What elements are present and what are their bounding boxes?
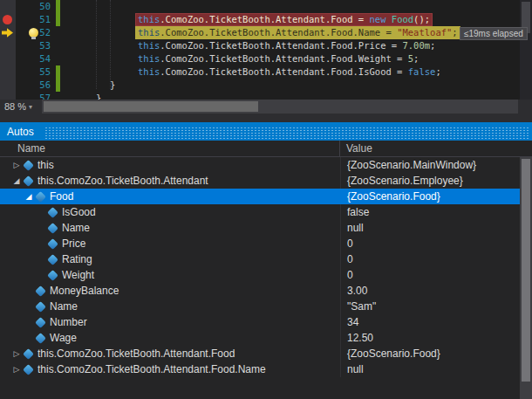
code-text[interactable]: }: [64, 92, 532, 100]
code-segment: Food: [392, 14, 413, 24]
autos-vertical-scrollbar[interactable]: [520, 157, 532, 399]
scrollbar-thumb[interactable]: [522, 159, 530, 382]
row-name-cell[interactable]: Rating: [0, 251, 340, 267]
row-value[interactable]: null: [340, 220, 532, 236]
code-line[interactable]: 52this.ComoZoo.TicketBooth.Attendant.Foo…: [0, 26, 532, 39]
autos-row[interactable]: ◢Food{ZooScenario.Food}: [0, 189, 532, 204]
lightbulb-icon[interactable]: [29, 28, 38, 38]
member-icon: [47, 238, 58, 250]
code-line[interactable]: 53this.ComoZoo.TicketBooth.Attendant.Foo…: [0, 39, 532, 52]
autos-row[interactable]: IsGoodfalse: [0, 204, 532, 220]
line-number[interactable]: 57: [16, 92, 51, 100]
code-text[interactable]: this.ComoZoo.TicketBooth.Attendant.Food.…: [64, 39, 532, 52]
expanded-arrow-icon[interactable]: ◢: [10, 173, 23, 189]
autos-row[interactable]: ▷this.ComoZoo.TicketBooth.Attendant.Food…: [0, 361, 532, 377]
autos-row[interactable]: Wage12.50: [0, 330, 532, 346]
row-value[interactable]: {ZooScenario.Employee}: [340, 173, 532, 189]
line-number[interactable]: 51: [16, 13, 51, 26]
row-value[interactable]: null: [340, 361, 532, 377]
row-value[interactable]: false: [340, 204, 532, 220]
row-name-cell[interactable]: ▷this: [0, 157, 340, 173]
autos-row[interactable]: Rating0: [0, 251, 532, 267]
line-number[interactable]: 55: [16, 65, 51, 79]
editor-horizontal-scrollbar[interactable]: [42, 100, 518, 114]
collapsed-arrow-icon[interactable]: ▷: [10, 361, 23, 377]
expanded-arrow-icon[interactable]: ◢: [23, 189, 35, 204]
row-value[interactable]: 12.50: [340, 330, 532, 346]
code-text[interactable]: }: [64, 79, 532, 92]
code-editor[interactable]: 5051this.ComoZoo.TicketBooth.Attendant.F…: [0, 0, 532, 100]
autos-row[interactable]: Price0: [0, 236, 532, 251]
member-icon: [35, 191, 46, 203]
autos-row[interactable]: ▷this{ZooScenario.MainWindow}: [0, 157, 532, 173]
code-line[interactable]: 56}: [0, 79, 532, 92]
zoom-dropdown[interactable]: 88 % ▾: [0, 101, 42, 112]
row-name: this.ComoZoo.TicketBooth.Attendant.Food: [38, 347, 235, 360]
autos-row[interactable]: ◢this.ComoZoo.TicketBooth.Attendant{ZooS…: [0, 173, 532, 189]
autos-title-bar[interactable]: Autos: [0, 122, 532, 141]
row-value[interactable]: 3.00: [340, 283, 532, 299]
row-name-cell[interactable]: ▷this.ComoZoo.TicketBooth.Attendant.Food: [0, 346, 340, 361]
column-header-name[interactable]: Name: [0, 141, 340, 156]
row-name-cell[interactable]: Name: [0, 220, 340, 236]
code-segment: .ComoZoo.TicketBooth.Attendant.Food.IsGo…: [160, 66, 407, 77]
code-line[interactable]: 50: [0, 0, 532, 13]
row-value[interactable]: {ZooScenario.Food}: [340, 346, 532, 361]
autos-row[interactable]: ▷this.ComoZoo.TicketBooth.Attendant.Food…: [0, 346, 532, 361]
autos-row[interactable]: Weight0: [0, 267, 532, 283]
line-number[interactable]: 56: [16, 79, 51, 92]
code-segment: this: [138, 14, 160, 24]
row-name-cell[interactable]: Wage: [0, 330, 340, 346]
autos-row[interactable]: Namenull: [0, 220, 532, 236]
row-value[interactable]: 0: [340, 251, 532, 267]
row-name-cell[interactable]: Weight: [0, 267, 340, 283]
scrollbar-thumb[interactable]: [44, 101, 258, 112]
member-icon: [35, 317, 46, 328]
row-name-cell[interactable]: Number: [0, 314, 340, 330]
member-icon: [23, 364, 34, 375]
perf-tip[interactable]: ≤19ms elapsed: [460, 27, 528, 40]
row-name-cell[interactable]: MoneyBalance: [0, 283, 340, 299]
code-text[interactable]: this.ComoZoo.TicketBooth.Attendant.Food.…: [64, 52, 532, 65]
row-value[interactable]: 0: [340, 236, 532, 251]
row-name-cell[interactable]: ◢this.ComoZoo.TicketBooth.Attendant: [0, 173, 340, 189]
editor-vertical-scrollbar[interactable]: [520, 0, 532, 100]
breakpoint-icon[interactable]: [3, 15, 12, 24]
collapsed-arrow-icon[interactable]: ▷: [10, 346, 23, 361]
autos-row[interactable]: Name"Sam": [0, 299, 532, 314]
row-value[interactable]: "Sam": [340, 299, 532, 314]
code-text[interactable]: this.ComoZoo.TicketBooth.Attendant.Food.…: [64, 65, 532, 79]
member-icon: [35, 301, 46, 313]
collapsed-arrow-icon[interactable]: ▷: [10, 157, 23, 173]
row-value[interactable]: {ZooScenario.Food}: [340, 189, 532, 204]
change-tracking-bar: [56, 65, 60, 79]
row-name-cell[interactable]: IsGood: [0, 204, 340, 220]
row-name-cell[interactable]: Name: [0, 299, 340, 314]
row-value[interactable]: {ZooScenario.MainWindow}: [340, 157, 532, 173]
member-icon: [35, 333, 46, 344]
code-text[interactable]: [64, 0, 532, 13]
row-name-cell[interactable]: Price: [0, 236, 340, 251]
row-name-cell[interactable]: ◢Food: [0, 189, 340, 204]
scrollbar-corner: [518, 100, 532, 114]
row-value[interactable]: 0: [340, 267, 532, 283]
code-line[interactable]: 51this.ComoZoo.TicketBooth.Attendant.Foo…: [0, 13, 532, 26]
line-number[interactable]: 53: [16, 39, 51, 52]
autos-row[interactable]: MoneyBalance3.00: [0, 283, 532, 299]
row-value[interactable]: 34: [340, 314, 532, 330]
autos-row[interactable]: Number34: [0, 314, 532, 330]
code-line[interactable]: 57}: [0, 92, 532, 100]
row-name-cell[interactable]: ▷this.ComoZoo.TicketBooth.Attendant.Food…: [0, 361, 340, 377]
line-number[interactable]: 54: [16, 52, 51, 65]
code-segment: ;: [452, 27, 457, 38]
code-segment: .ComoZoo.TicketBooth.Attendant.Food =: [160, 14, 369, 24]
code-text[interactable]: this.ComoZoo.TicketBooth.Attendant.Food …: [64, 13, 532, 26]
panel-divider: [0, 114, 532, 122]
chevron-down-icon: ▾: [29, 103, 32, 111]
code-line[interactable]: 55this.ComoZoo.TicketBooth.Attendant.Foo…: [0, 65, 532, 79]
editor-bottom-bar: 88 % ▾: [0, 100, 532, 114]
column-header-value[interactable]: Value: [340, 141, 532, 156]
code-line[interactable]: 54this.ComoZoo.TicketBooth.Attendant.Foo…: [0, 52, 532, 65]
window-title: Autos: [0, 126, 34, 138]
line-number[interactable]: 50: [16, 0, 51, 13]
